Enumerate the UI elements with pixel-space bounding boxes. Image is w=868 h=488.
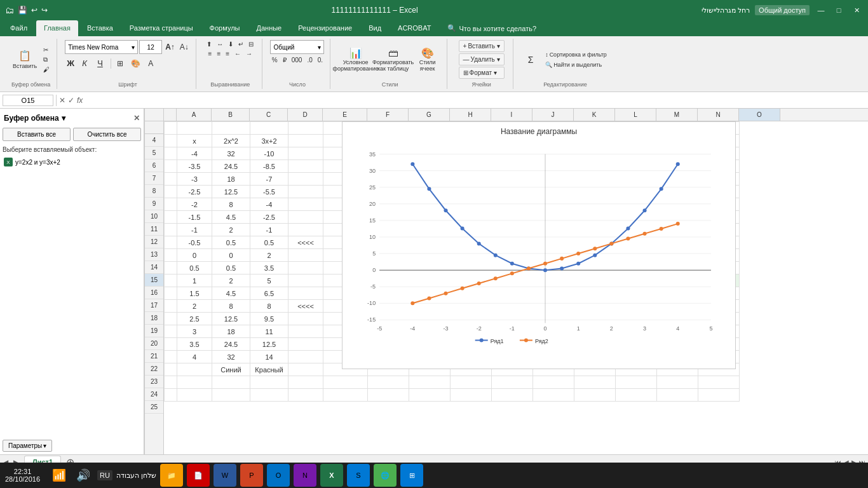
table-cell[interactable]: 1: [177, 274, 212, 287]
fill-color-button[interactable]: 🎨: [129, 58, 142, 69]
taskbar-app-acrobat[interactable]: 📄: [187, 464, 210, 487]
clipboard-close-icon[interactable]: ✕: [133, 114, 140, 123]
table-cell[interactable]: 2.5: [177, 313, 212, 325]
maximize-button[interactable]: □: [832, 4, 845, 17]
table-cell[interactable]: 0: [177, 249, 212, 262]
table-cell[interactable]: [409, 389, 451, 402]
find-select-button[interactable]: 🔍 Найти и выделить: [543, 60, 609, 69]
table-cell[interactable]: [165, 351, 177, 363]
table-cell[interactable]: 12.5: [212, 313, 250, 325]
taskbar-app-powerpoint[interactable]: P: [240, 464, 263, 487]
tab-review[interactable]: Рецензирование: [290, 20, 360, 36]
italic-button[interactable]: К: [80, 58, 92, 69]
row-num-10[interactable]: 10: [145, 210, 163, 223]
table-cell[interactable]: 12.5: [250, 338, 288, 351]
table-cell[interactable]: [165, 313, 177, 325]
row-num-9[interactable]: 9: [145, 198, 163, 210]
table-cell[interactable]: 8: [212, 300, 250, 313]
table-cell[interactable]: [177, 376, 212, 389]
row-num-15[interactable]: 15: [145, 274, 163, 287]
table-cell[interactable]: [165, 287, 177, 300]
table-cell[interactable]: [165, 160, 177, 173]
table-cell[interactable]: 0.5: [212, 236, 250, 249]
table-cell[interactable]: [165, 274, 177, 287]
table-cell[interactable]: [288, 389, 323, 402]
percent-button[interactable]: %: [270, 56, 280, 64]
indent-less-button[interactable]: ←: [233, 50, 243, 58]
table-cell[interactable]: 2: [212, 224, 250, 236]
table-cell[interactable]: 2: [250, 249, 288, 262]
borders-button[interactable]: ⊞: [115, 58, 125, 69]
col-header-g[interactable]: G: [409, 109, 450, 121]
table-cell[interactable]: [177, 389, 212, 402]
table-cell[interactable]: 4.5: [212, 287, 250, 300]
table-cell[interactable]: 3x+2: [250, 135, 288, 147]
tab-file[interactable]: Файл: [3, 20, 35, 36]
table-cell[interactable]: [288, 376, 323, 389]
tab-formulas[interactable]: Формулы: [202, 20, 248, 36]
table-cell[interactable]: [492, 376, 533, 389]
table-cell[interactable]: 0.5: [212, 262, 250, 274]
table-cell[interactable]: [288, 224, 323, 236]
table-cell[interactable]: [368, 376, 409, 389]
table-cell[interactable]: [288, 351, 323, 363]
col-header-m[interactable]: M: [656, 109, 698, 121]
table-cell[interactable]: 6.5: [250, 287, 288, 300]
table-cell[interactable]: 32: [212, 147, 250, 160]
params-button[interactable]: Параметры ▾: [3, 440, 52, 452]
clear-all-button[interactable]: Очистить все: [73, 128, 141, 141]
col-header-d[interactable]: D: [288, 109, 323, 121]
clipboard-item-0[interactable]: X у=2х2 и у=3х+2: [3, 156, 141, 168]
table-cell[interactable]: [323, 376, 368, 389]
table-cell[interactable]: [250, 376, 288, 389]
bold-button[interactable]: Ж: [65, 58, 76, 69]
row-num-25[interactable]: 25: [145, 401, 163, 414]
thousands-button[interactable]: 000: [290, 56, 304, 64]
table-cell[interactable]: 2: [212, 274, 250, 287]
table-cell[interactable]: -2: [177, 198, 212, 211]
table-cell[interactable]: 24.5: [212, 160, 250, 173]
taskbar-app-excel[interactable]: X: [320, 464, 343, 487]
table-cell[interactable]: 32: [212, 351, 250, 363]
table-cell[interactable]: [533, 376, 574, 389]
taskbar-app-outlook[interactable]: O: [267, 464, 290, 487]
table-cell[interactable]: 9.5: [250, 313, 288, 325]
table-cell[interactable]: [288, 313, 323, 325]
minimize-button[interactable]: —: [815, 4, 827, 17]
table-cell[interactable]: [323, 389, 368, 402]
align-bottom-button[interactable]: ⬇: [226, 40, 235, 48]
table-cell[interactable]: [165, 198, 177, 211]
table-cell[interactable]: -1.5: [177, 211, 212, 224]
number-format-dropdown[interactable]: Общий ▾: [270, 40, 324, 54]
table-cell[interactable]: -2.5: [177, 186, 212, 198]
decrease-decimal-button[interactable]: 0.: [316, 56, 325, 64]
table-cell[interactable]: [698, 389, 740, 402]
table-cell[interactable]: [165, 186, 177, 198]
table-cell[interactable]: -4: [177, 147, 212, 160]
col-header-i[interactable]: I: [491, 109, 532, 121]
table-cell[interactable]: -1: [250, 224, 288, 236]
conditional-format-button[interactable]: 📊 Условное форматирование: [338, 42, 373, 78]
taskbar-app-word[interactable]: W: [214, 464, 236, 487]
copy-button[interactable]: ⧉: [41, 55, 51, 64]
table-cell[interactable]: -8.5: [250, 160, 288, 173]
table-cell[interactable]: [288, 249, 323, 262]
quick-access-save[interactable]: 💾: [18, 6, 27, 15]
underline-button[interactable]: Ч: [95, 58, 107, 69]
wrap-text-button[interactable]: ↵: [236, 40, 245, 48]
table-cell[interactable]: 24.5: [212, 338, 250, 351]
table-cell[interactable]: [288, 325, 323, 338]
table-cell[interactable]: [288, 122, 323, 135]
row-num-6[interactable]: 6: [145, 159, 163, 172]
table-cell[interactable]: [165, 173, 177, 186]
chart-container[interactable]: Название диаграммы: [342, 121, 736, 369]
paste-button[interactable]: 📋 Вставить: [10, 46, 39, 74]
table-cell[interactable]: [288, 363, 323, 376]
table-cell[interactable]: -2.5: [250, 211, 288, 224]
table-cell[interactable]: [165, 262, 177, 274]
table-cell[interactable]: 14: [250, 351, 288, 363]
table-cell[interactable]: [288, 160, 323, 173]
table-cell[interactable]: <<<<: [288, 300, 323, 313]
col-header-a[interactable]: A: [177, 109, 212, 121]
col-header-j[interactable]: J: [532, 109, 574, 121]
